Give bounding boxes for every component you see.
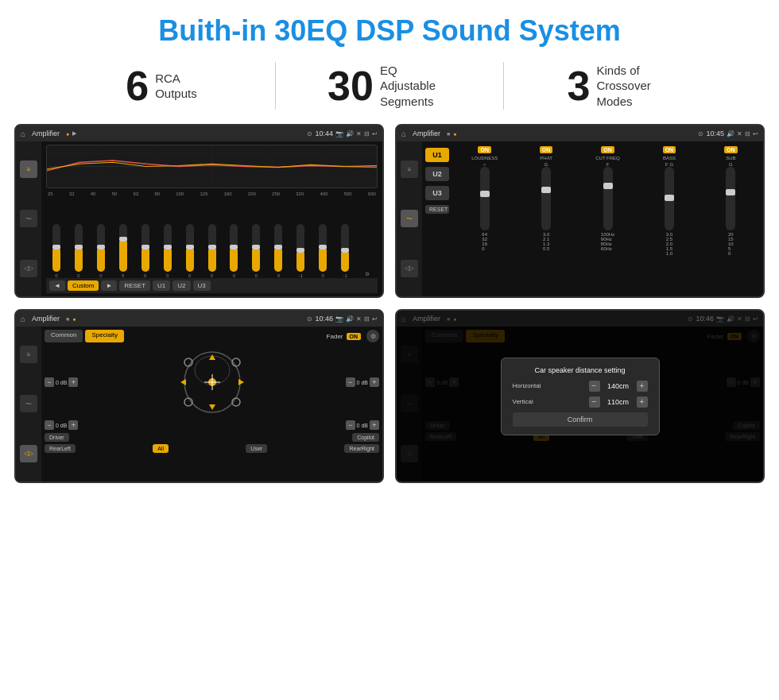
rr-plus-btn[interactable]: + xyxy=(370,420,379,430)
bass-vals: 3.02.52.01.51.0 xyxy=(666,232,672,256)
crossover-content: ≡ 〜 ◁▷ U1 U2 U3 RESET ON LOUDNESS ∩ xyxy=(397,141,763,296)
fd-close-icon: ✕ xyxy=(356,315,362,323)
fader-main-area: Common Specialty Fader ON ⚙ − 0 xyxy=(41,327,382,481)
sub-on-badge[interactable]: ON xyxy=(724,146,738,153)
user-btn[interactable]: User xyxy=(246,444,267,453)
eq-main-area: 253240506380100125160200250320400500630 … xyxy=(41,141,382,296)
vertical-field: Vertical − 110cm + xyxy=(513,396,648,408)
horizontal-minus-btn[interactable]: − xyxy=(589,381,600,392)
fr-value: 0 dB xyxy=(357,380,368,385)
vertical-label: Vertical xyxy=(513,398,533,405)
cv-sidebar-vol-icon[interactable]: ◁▷ xyxy=(401,260,418,277)
eq-slider-12[interactable]: -1 xyxy=(290,224,311,278)
crossover-app-title: Amplifier xyxy=(413,130,440,137)
eq-mode-btn[interactable]: Custom xyxy=(68,280,99,291)
fader-status-bar: ⌂ Amplifier ■ ● ⊙ 10:46 📷 🔊 ✕ ⊟ ↩ xyxy=(16,311,382,327)
cv-sidebar-wave-icon[interactable]: 〜 xyxy=(401,210,418,227)
rl-plus-btn[interactable]: + xyxy=(68,420,78,430)
cutfreq-on-badge[interactable]: ON xyxy=(601,146,614,153)
fl-plus-btn[interactable]: + xyxy=(68,377,78,387)
eq-u2-btn[interactable]: U2 xyxy=(172,280,190,291)
speaker-top-row: − 0 dB + xyxy=(45,346,379,418)
fader-on-badge[interactable]: ON xyxy=(347,333,362,340)
dialog-box: Car speaker distance setting Horizontal … xyxy=(501,358,660,435)
cv-sidebar-eq-icon[interactable]: ≡ xyxy=(401,160,418,178)
rl-minus-btn[interactable]: − xyxy=(45,420,54,430)
cv-u1-btn[interactable]: U1 xyxy=(425,148,449,162)
rearright-btn[interactable]: RearRight xyxy=(344,444,379,453)
close-icon-eq: ✕ xyxy=(356,130,362,137)
cv-u2-btn[interactable]: U2 xyxy=(425,167,449,181)
stat-eq: 30 EQ AdjustableSegments xyxy=(276,63,503,110)
page-title: Buith-in 30EQ DSP Sound System xyxy=(0,0,779,56)
stat-label-rca: RCAOutputs xyxy=(155,71,197,102)
fl-minus-btn[interactable]: − xyxy=(45,377,54,387)
phat-vals: 3.02.11.30.5 xyxy=(543,232,549,251)
home-icon: ⌂ xyxy=(21,130,25,138)
eq-sidebar-wave-icon[interactable]: 〜 xyxy=(20,210,37,227)
cv-min-icon: ⊟ xyxy=(745,130,750,137)
fader-settings-icon[interactable]: ⚙ xyxy=(366,330,379,342)
tab-common[interactable]: Common xyxy=(45,330,83,342)
confirm-button[interactable]: Confirm xyxy=(513,412,648,427)
fr-minus-btn[interactable]: − xyxy=(346,377,355,387)
cv-ch-phat: ON PHAT G 3.02.11.30.5 xyxy=(517,146,575,292)
sub-slider[interactable] xyxy=(726,167,735,230)
eq-slider-14[interactable]: -1 xyxy=(335,224,355,278)
eq-sidebar-eq-icon[interactable]: ≡ xyxy=(20,160,37,178)
vertical-plus-btn[interactable]: + xyxy=(637,396,648,408)
eq-prev-btn[interactable]: ◄ xyxy=(49,280,65,291)
fader-sidebar-vol-icon[interactable]: ◁▷ xyxy=(20,445,37,462)
copilot-btn[interactable]: Copilot xyxy=(352,433,379,442)
eq-u3-btn[interactable]: U3 xyxy=(193,280,211,291)
driver-btn[interactable]: Driver xyxy=(45,433,69,442)
cv-u3-btn[interactable]: U3 xyxy=(425,186,449,200)
eq-slider-4[interactable]: 5 xyxy=(113,224,134,278)
stat-label-eq: EQ AdjustableSegments xyxy=(380,63,452,110)
eq-slider-5[interactable]: 0 xyxy=(135,224,156,278)
eq-u1-btn[interactable]: U1 xyxy=(153,280,170,291)
loudness-on-badge[interactable]: ON xyxy=(478,146,491,153)
horizontal-plus-btn[interactable]: + xyxy=(637,381,648,392)
fader-sidebar-wave-icon[interactable]: 〜 xyxy=(20,395,37,412)
eq-reset-btn[interactable]: RESET xyxy=(119,280,150,291)
phat-on-badge[interactable]: ON xyxy=(540,146,553,153)
eq-next-btn[interactable]: ► xyxy=(101,280,117,291)
rearleft-btn[interactable]: RearLeft xyxy=(45,444,76,453)
eq-slider-10[interactable]: 0 xyxy=(246,224,266,278)
eq-slider-13[interactable]: 0 xyxy=(312,224,333,278)
vertical-minus-btn[interactable]: − xyxy=(589,396,600,408)
cv-reset-btn[interactable]: RESET xyxy=(425,205,449,214)
sub-vals: 20151050 xyxy=(728,232,734,256)
location-icon: ⊙ xyxy=(307,130,312,137)
cv-close-icon: ✕ xyxy=(737,130,742,137)
bass-label: BASS xyxy=(663,156,676,160)
eq-sidebar-vol-icon[interactable]: ◁▷ xyxy=(20,260,37,277)
fader-sidebar-eq-icon[interactable]: ≡ xyxy=(20,346,37,363)
eq-slider-2[interactable]: 0 xyxy=(68,224,89,278)
bass-on-badge[interactable]: ON xyxy=(663,146,676,153)
phat-slider[interactable] xyxy=(541,167,551,230)
eq-slider-3[interactable]: 0 xyxy=(91,224,111,278)
eq-slider-6[interactable]: 0 xyxy=(157,224,178,278)
fr-plus-btn[interactable]: + xyxy=(370,377,379,387)
rr-value: 0 dB xyxy=(357,423,368,428)
eq-slider-9[interactable]: 0 xyxy=(224,224,245,278)
all-btn[interactable]: All xyxy=(153,444,169,453)
eq-play-icon: ▶ xyxy=(72,130,76,137)
tab-specialty[interactable]: Specialty xyxy=(85,330,123,342)
stats-row: 6 RCAOutputs 30 EQ AdjustableSegments 3 … xyxy=(0,56,779,121)
bass-slider[interactable] xyxy=(665,167,674,230)
eq-slider-1[interactable]: 0 xyxy=(46,224,67,278)
loudness-slider[interactable] xyxy=(480,167,490,230)
vertical-value: 110cm xyxy=(603,398,634,406)
eq-slider-8[interactable]: 0 xyxy=(202,224,223,278)
crossover-screen: ⌂ Amplifier ■ ● ⊙ 10:45 🔊 ✕ ⊟ ↩ ≡ 〜 ◁▷ U… xyxy=(395,124,765,298)
svg-marker-17 xyxy=(209,354,215,360)
cutfreq-slider[interactable] xyxy=(603,167,613,230)
rr-minus-btn[interactable]: − xyxy=(346,420,355,430)
eq-slider-7[interactable]: 0 xyxy=(180,224,200,278)
eq-expand-btn[interactable]: » xyxy=(357,269,378,278)
eq-slider-11[interactable]: 0 xyxy=(268,224,289,278)
fader-screen: ⌂ Amplifier ■ ● ⊙ 10:46 📷 🔊 ✕ ⊟ ↩ ≡ 〜 ◁▷ xyxy=(14,309,384,483)
